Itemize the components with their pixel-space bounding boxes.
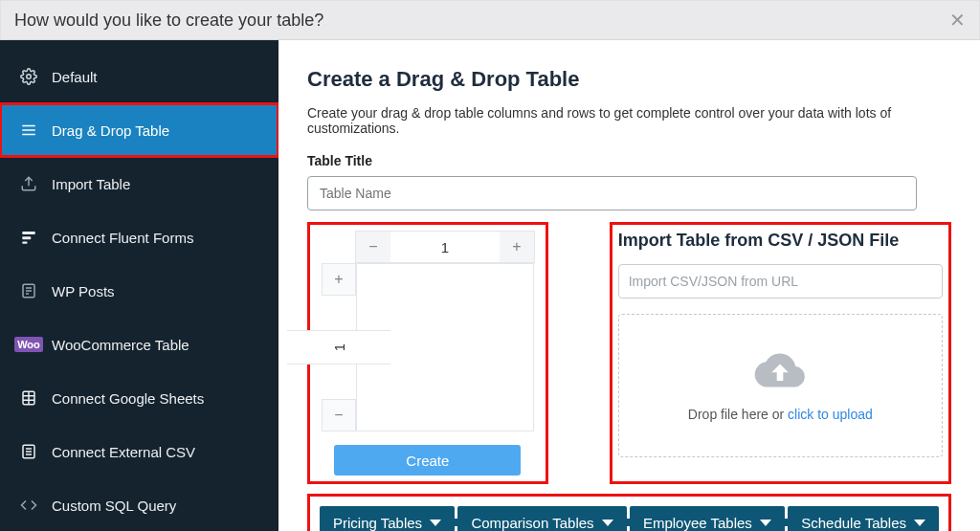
template-label: Schedule Tables (801, 515, 906, 531)
row-control: + 1 − (322, 263, 356, 431)
template-employee[interactable]: Employee Tables (630, 506, 785, 531)
col-plus-button[interactable]: + (500, 232, 534, 262)
modal-title: How would you like to create your table? (14, 11, 323, 31)
svg-rect-7 (22, 242, 27, 244)
row-plus-button[interactable]: + (322, 263, 356, 296)
connector-icon (785, 521, 788, 523)
title-label: Table Title (307, 153, 951, 168)
dropzone-text: Drop file here or click to upload (688, 407, 873, 422)
sidebar-item-google-sheets[interactable]: Connect Google Sheets (0, 371, 278, 425)
chevron-down-icon (760, 520, 771, 526)
col-count: 1 (390, 232, 500, 262)
sidebar-item-label: Connect Fluent Forms (52, 230, 193, 246)
row-count: 1 (287, 330, 390, 365)
sidebar-item-sql[interactable]: Custom SQL Query (0, 478, 278, 531)
sheets-icon (19, 388, 38, 408)
template-label: Comparison Tables (471, 515, 593, 531)
row-minus-button[interactable]: − (322, 399, 356, 431)
page-description: Create your drag & drop table columns an… (307, 105, 951, 136)
woo-icon: Woo (19, 335, 38, 354)
cloud-upload-icon (753, 349, 807, 395)
posts-icon (19, 281, 38, 300)
modal-header: How would you like to create your table?… (0, 0, 980, 40)
sidebar-item-label: WP Posts (52, 283, 115, 299)
close-icon[interactable]: ✕ (949, 11, 966, 30)
sidebar-item-wp-posts[interactable]: WP Posts (0, 264, 278, 318)
import-panel: Import Table from CSV / JSON File Drop f… (610, 222, 951, 484)
sidebar-item-label: Drag & Drop Table (52, 122, 169, 139)
sidebar-item-label: Import Table (52, 176, 130, 192)
sidebar-item-label: Connect External CSV (52, 444, 195, 460)
template-pricing[interactable]: Pricing Tables (320, 506, 455, 531)
sidebar-item-fluent-forms[interactable]: Connect Fluent Forms (0, 210, 278, 264)
connector-icon (627, 521, 630, 523)
import-heading: Import Table from CSV / JSON File (618, 231, 943, 251)
sidebar-item-label: Connect Google Sheets (52, 390, 204, 407)
connector-icon (455, 521, 457, 523)
sidebar-item-external-csv[interactable]: Connect External CSV (0, 425, 278, 478)
template-label: Pricing Tables (333, 515, 422, 531)
svg-point-0 (27, 75, 32, 79)
import-url-input[interactable] (618, 264, 943, 299)
create-button[interactable]: Create (334, 445, 521, 476)
sidebar-item-label: Custom SQL Query (52, 498, 176, 514)
template-label: Employee Tables (643, 515, 752, 531)
svg-rect-6 (22, 236, 31, 239)
sidebar-item-label: Default (52, 69, 98, 85)
main-content: Create a Drag & Drop Table Create your d… (278, 40, 980, 531)
svg-rect-5 (22, 232, 35, 234)
template-comparison[interactable]: Comparison Tables (457, 506, 626, 531)
click-to-upload-link[interactable]: click to upload (788, 407, 873, 422)
chevron-down-icon (430, 520, 441, 526)
gear-icon (19, 67, 38, 86)
dropzone[interactable]: Drop file here or click to upload (618, 314, 943, 457)
sidebar-item-default[interactable]: Default (0, 50, 278, 103)
sidebar-item-drag-drop[interactable]: Drag & Drop Table (0, 103, 278, 157)
chevron-down-icon (602, 520, 613, 526)
grid-editor-panel: − 1 + + 1 − Create (307, 222, 548, 484)
sidebar-item-woocommerce[interactable]: Woo WooCommerce Table (0, 318, 278, 371)
page-title: Create a Drag & Drop Table (307, 67, 951, 92)
sidebar-item-import[interactable]: Import Table (0, 157, 278, 210)
sidebar-item-label: WooCommerce Table (52, 337, 189, 353)
col-minus-button[interactable]: − (356, 232, 390, 262)
chevron-down-icon (914, 520, 925, 526)
form-icon (19, 228, 38, 247)
column-control: − 1 + (355, 231, 535, 263)
modal-body: Default Drag & Drop Table Import Table C… (0, 40, 980, 531)
template-row: Pricing Tables Comparison Tables Employe… (307, 494, 951, 531)
table-title-input[interactable] (307, 176, 917, 210)
template-schedule[interactable]: Schedule Tables (788, 506, 939, 531)
sidebar: Default Drag & Drop Table Import Table C… (0, 40, 278, 531)
menu-icon (19, 121, 38, 140)
csv-icon (19, 442, 38, 461)
upload-icon (19, 174, 38, 193)
code-icon (19, 496, 38, 515)
